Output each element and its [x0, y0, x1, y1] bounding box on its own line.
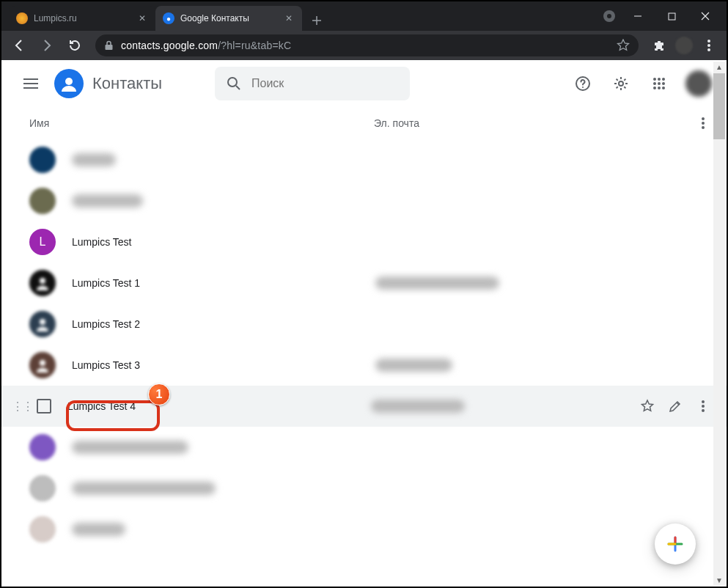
svg-point-18	[653, 87, 656, 89]
svg-point-16	[658, 82, 661, 85]
contact-email	[371, 400, 625, 413]
close-icon[interactable]: ✕	[283, 12, 295, 24]
browser-titlebar: Lumpics.ru ✕ ● Google Контакты ✕	[1, 1, 727, 31]
contact-row[interactable]	[22, 427, 713, 468]
svg-point-25	[40, 319, 45, 325]
browser-tab-0[interactable]: Lumpics.ru ✕	[9, 6, 155, 31]
drag-handle-icon[interactable]: ⋮⋮	[12, 400, 32, 414]
browser-profile-avatar[interactable]	[675, 37, 693, 54]
app-title: Контакты	[92, 74, 162, 93]
tab-title: Lumpics.ru	[34, 13, 130, 23]
svg-point-14	[662, 78, 665, 81]
edit-button[interactable]	[665, 396, 685, 416]
star-button[interactable]	[637, 396, 658, 416]
window-controls	[598, 1, 727, 31]
contact-avatar	[29, 434, 56, 460]
contact-avatar: L	[29, 229, 56, 255]
window-close-button[interactable]	[688, 1, 722, 31]
help-button[interactable]	[568, 69, 598, 98]
contact-row[interactable]	[22, 180, 713, 221]
reload-button[interactable]	[63, 34, 87, 57]
create-contact-fab[interactable]	[655, 523, 696, 565]
url-text: contacts.google.com/?hl=ru&tab=kC	[121, 40, 291, 51]
back-button[interactable]	[7, 34, 31, 57]
contact-row[interactable]: Lumpics Test 1	[22, 262, 713, 304]
scrollbar-down-icon[interactable]: ▼	[713, 574, 725, 586]
svg-point-27	[702, 400, 705, 403]
contact-row[interactable]	[22, 139, 713, 180]
svg-rect-2	[669, 13, 675, 20]
browser-address-bar: contacts.google.com/?hl=ru&tab=kC	[1, 31, 727, 60]
column-email: Эл. почта	[374, 117, 625, 129]
svg-point-7	[65, 78, 73, 85]
svg-point-26	[40, 360, 45, 366]
svg-point-1	[607, 14, 611, 18]
scrollbar-thumb[interactable]	[713, 73, 725, 139]
svg-point-17	[662, 82, 665, 85]
contact-name	[72, 482, 375, 495]
search-icon	[227, 76, 241, 91]
new-tab-button[interactable]	[306, 10, 327, 31]
svg-point-10	[582, 87, 584, 88]
contact-email	[375, 276, 713, 290]
svg-rect-3	[106, 45, 113, 50]
settings-button[interactable]	[606, 69, 636, 98]
close-icon[interactable]: ✕	[136, 12, 148, 24]
contact-row[interactable]	[22, 468, 713, 509]
browser-menu-button[interactable]	[697, 34, 721, 57]
contact-name	[72, 153, 375, 166]
svg-point-6	[707, 48, 710, 51]
scrollbar[interactable]: ▲ ▼	[713, 62, 725, 585]
list-menu-button[interactable]	[693, 113, 713, 133]
row-menu-button[interactable]	[693, 396, 713, 416]
contact-row[interactable]	[22, 509, 713, 550]
contact-row[interactable]: Lumpics Test 3	[22, 345, 713, 386]
main-menu-button[interactable]	[16, 69, 45, 98]
address-field[interactable]: contacts.google.com/?hl=ru&tab=kC	[95, 34, 639, 56]
svg-point-11	[619, 81, 623, 86]
tab-title: Google Контакты	[180, 13, 277, 23]
contact-email	[375, 359, 713, 372]
svg-point-23	[702, 126, 705, 129]
contact-name: Lumpics Test 4	[67, 400, 371, 412]
svg-point-19	[658, 87, 661, 89]
svg-point-24	[40, 278, 45, 284]
browser-tabs: Lumpics.ru ✕ ● Google Контакты ✕	[1, 1, 598, 31]
contact-avatar	[29, 270, 56, 296]
extensions-button[interactable]	[647, 34, 671, 57]
forward-button[interactable]	[35, 34, 59, 57]
lock-icon	[104, 40, 114, 51]
contact-avatar	[29, 311, 56, 337]
window-maximize-button[interactable]	[655, 1, 688, 31]
contact-avatar	[29, 352, 56, 378]
scrollbar-up-icon[interactable]: ▲	[713, 61, 725, 73]
list-header: Имя Эл. почта	[22, 107, 713, 139]
svg-point-20	[662, 87, 665, 89]
contact-name: Lumpics Test	[72, 236, 375, 248]
search-input[interactable]	[251, 77, 398, 90]
svg-point-8	[228, 78, 237, 87]
contact-row[interactable]: ⋮⋮ Lumpics Test 4	[1, 386, 727, 427]
contacts-logo-icon	[54, 69, 84, 98]
contact-avatar	[29, 147, 56, 173]
contact-name: Lumpics Test 3	[72, 359, 375, 371]
apps-button[interactable]	[644, 69, 674, 98]
svg-point-28	[702, 405, 705, 408]
contact-name	[72, 523, 375, 536]
contact-row[interactable]: Lumpics Test 2	[22, 304, 713, 345]
window-minimize-button[interactable]	[621, 1, 655, 31]
media-status-icon[interactable]	[598, 4, 621, 28]
svg-point-29	[702, 409, 705, 412]
favicon-icon	[16, 12, 28, 24]
column-name: Имя	[29, 117, 374, 129]
svg-point-12	[653, 78, 656, 81]
search-box[interactable]	[215, 67, 410, 100]
row-checkbox[interactable]	[37, 399, 51, 414]
svg-point-21	[702, 117, 705, 120]
account-avatar[interactable]	[685, 70, 712, 97]
browser-tab-1[interactable]: ● Google Контакты ✕	[155, 6, 302, 31]
svg-point-5	[707, 44, 710, 47]
bookmark-star-icon[interactable]	[617, 39, 630, 52]
contact-row[interactable]: LLumpics Test	[22, 221, 713, 262]
svg-point-15	[653, 82, 656, 85]
